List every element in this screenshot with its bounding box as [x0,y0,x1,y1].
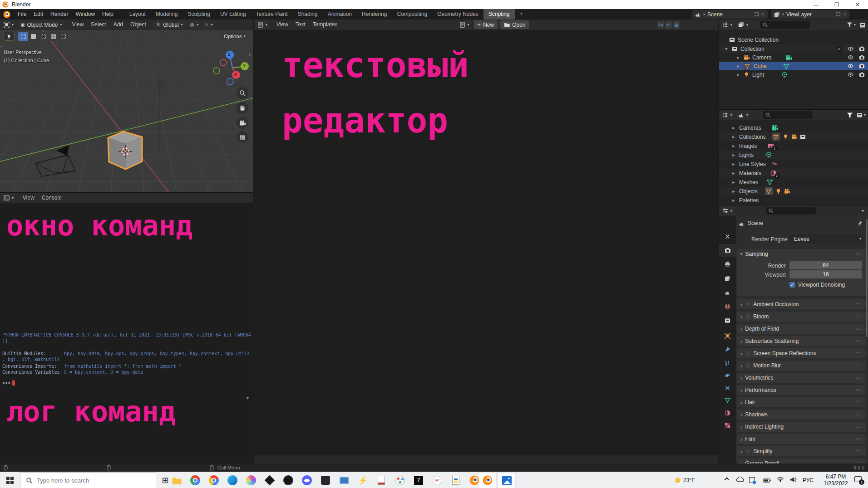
tab-modeling[interactable]: Modeling [151,9,183,20]
expand-icon[interactable]: ► [735,64,741,68]
close-button[interactable]: ✕ [847,0,868,9]
panel-indirect-lighting[interactable]: ›Indirect Lighting∷∷ [737,422,866,432]
tab-scene[interactable] [719,286,736,298]
pin-icon[interactable] [857,220,863,226]
editor-type-selector[interactable]: ▾ [2,20,15,29]
panel-grip-icon[interactable]: ∷∷ [856,314,862,319]
panel-bloom[interactable]: ›Bloom∷∷ [737,312,866,322]
expand-icon[interactable]: ► [731,198,736,203]
funnel-icon[interactable] [847,112,853,118]
taskbar-sketch-app[interactable]: ✂ [432,475,443,486]
tab-constraints[interactable] [719,382,736,394]
eye-icon[interactable] [848,46,853,52]
expand-icon[interactable]: ► [731,180,736,185]
collection-checkbox[interactable]: ✓ [837,46,842,52]
zoom-button[interactable] [237,87,248,99]
gizmo-x-label[interactable]: X [234,72,237,77]
taskbar-clock[interactable]: 6:47 PM 1/23/2022 [821,473,851,487]
sampling-panel-header[interactable]: ▾ Sampling ∷∷ [737,249,866,259]
properties-editor[interactable]: ▾ ▾ Scene Render Engine Eevee ▾ [719,205,868,464]
expand-icon[interactable]: ► [731,189,736,194]
render-visibility-icon[interactable] [859,54,865,60]
taskbar-file-explorer[interactable] [171,475,182,486]
tab-rendering[interactable]: Rendering [357,9,392,20]
tab-sculpting[interactable]: Sculpting [183,9,215,20]
render-visibility-icon[interactable] [859,72,865,78]
taskbar-krita[interactable] [246,475,256,486]
taskbar-weather[interactable]: 23°F [675,472,695,488]
tab-view-layer[interactable] [719,272,736,284]
row-images[interactable]: ► Images 2 [719,142,868,150]
taskbar-document-app[interactable] [376,475,387,486]
tab-object[interactable] [719,330,736,342]
remove-icon[interactable]: ✕ [843,12,847,17]
transform-orientation-selector[interactable]: ⇱ Global ▾ [154,20,186,29]
panel-film[interactable]: ›Film∷∷ [737,434,866,444]
mode-selector[interactable]: ▣ Object Mode ▾ [18,20,65,29]
new-text-button[interactable]: + New [474,20,498,29]
pan-button[interactable] [237,102,248,114]
panel-checkbox[interactable] [745,363,750,368]
taskbar-dark-app[interactable] [320,475,331,486]
menu-help[interactable]: Help [99,9,117,20]
start-button[interactable] [0,472,20,488]
tool-select-extend[interactable] [48,32,58,41]
properties-scrollbar[interactable] [866,219,868,337]
tab-render[interactable] [719,244,736,256]
panel-grip-icon[interactable]: ∷∷ [856,425,862,429]
tray-window-icon[interactable] [749,477,755,483]
tab-physics[interactable] [719,369,736,381]
row-lights[interactable]: ► Lights [719,151,868,159]
word-wrap-toggle[interactable]: ⊏ [665,21,672,29]
editor-type-selector[interactable]: ▾ [720,20,734,29]
menu-window[interactable]: Window [72,9,99,20]
copy-icon[interactable]: ❏ [755,11,759,17]
text-menu-text[interactable]: Text [292,20,309,30]
editor-type-selector[interactable]: ▾ [2,194,15,202]
panel-depth-of-field[interactable]: ›Depth of Field∷∷ [737,324,866,334]
task-view-button[interactable]: ⊞ [160,475,171,486]
add-workspace-button[interactable]: + [515,9,528,20]
tool-select-lasso[interactable] [28,32,38,41]
taskbar-chrome-profile-2[interactable] [208,475,219,486]
panel-screen-space-reflections[interactable]: ›Screen Space Reflections∷∷ [737,348,866,358]
panel-ambient-occlusion[interactable]: ›Ambient Occlusion∷∷ [737,299,866,309]
taskbar-obs[interactable] [283,475,294,486]
outliner-row-cube[interactable]: ► Cube [719,62,868,70]
viewport-menu-object[interactable]: Object [127,20,150,30]
sampling-viewport-value-slider[interactable]: 16 [789,270,862,278]
tab-modifiers[interactable] [719,343,736,355]
properties-search-input[interactable] [766,207,816,215]
panel-grip-icon[interactable]: ∷∷ [856,437,862,441]
row-objects[interactable]: ► Objects [719,187,868,195]
viewport-3d[interactable]: Z Y X ▾ ▣ Object Mode ▾ View Select Add … [0,20,253,192]
taskbar-blender[interactable] [469,475,480,486]
expand-icon[interactable]: ► [731,153,736,157]
outliner-row-scene-collection[interactable]: Scene Collection [719,35,868,44]
collection-filter-button[interactable]: ▾ [857,112,866,118]
tab-tool[interactable] [719,230,736,242]
menu-edit[interactable]: Edit [30,9,47,20]
text-menu-templates[interactable]: Templates [309,20,341,30]
tool-select-box[interactable] [18,32,28,41]
tab-layout[interactable]: Layout [124,9,151,20]
syntax-highlight-toggle[interactable]: ▤ [673,21,680,29]
text-editor[interactable]: ▾ View Text Templates ▾ + New Open 1≡ ⊏ … [254,20,718,464]
taskbar-edge[interactable] [227,475,238,486]
collapse-icon[interactable]: ▼ [724,47,729,51]
tab-geometry-nodes[interactable]: Geometry Nodes [432,9,483,20]
sidebar-toggle-arrow[interactable]: ‹ [249,51,251,58]
snap-toggle[interactable]: ∪ ▾ [203,20,214,29]
filter-button[interactable]: ▾ [847,22,856,28]
row-materials[interactable]: ► Materials 2 [719,169,868,177]
gizmo-y-label[interactable]: Y [243,63,246,68]
row-line-styles[interactable]: ► Line Styles ✎ [719,160,868,168]
console-menu-view[interactable]: View [19,193,38,203]
panel-shadows[interactable]: ›Shadows∷∷ [737,410,866,420]
sampling-render-value-slider[interactable]: 64 [789,261,862,269]
tab-scripting[interactable]: Scripting [483,9,515,20]
tab-object-data[interactable] [719,394,736,406]
tab-compositing[interactable]: Compositing [392,9,432,20]
gizmo-z-label[interactable]: Z [228,52,231,57]
outliner-row-camera[interactable]: ► Camera [719,53,868,62]
